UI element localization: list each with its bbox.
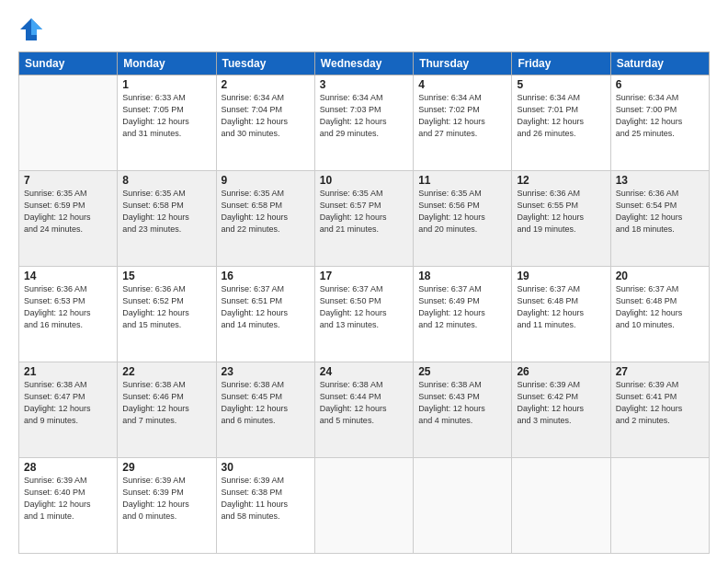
day-cell: 18Sunrise: 6:37 AM Sunset: 6:49 PM Dayli… xyxy=(414,267,512,362)
day-info: Sunrise: 6:34 AM Sunset: 7:04 PM Dayligh… xyxy=(222,92,310,140)
day-number: 2 xyxy=(222,78,310,91)
day-info: Sunrise: 6:36 AM Sunset: 6:55 PM Dayligh… xyxy=(517,188,605,236)
day-info: Sunrise: 6:36 AM Sunset: 6:52 PM Dayligh… xyxy=(122,283,210,331)
day-number: 3 xyxy=(320,78,408,91)
day-number: 23 xyxy=(222,365,310,378)
calendar: SundayMondayTuesdayWednesdayThursdayFrid… xyxy=(18,52,710,554)
day-info: Sunrise: 6:38 AM Sunset: 6:44 PM Dayligh… xyxy=(320,379,408,427)
day-cell: 24Sunrise: 6:38 AM Sunset: 6:44 PM Dayli… xyxy=(314,362,413,458)
day-cell: 11Sunrise: 6:35 AM Sunset: 6:56 PM Dayli… xyxy=(414,171,512,267)
day-info: Sunrise: 6:38 AM Sunset: 6:45 PM Dayligh… xyxy=(222,379,310,427)
day-number: 5 xyxy=(517,78,605,91)
weekday-header-wednesday: Wednesday xyxy=(314,52,413,75)
day-info: Sunrise: 6:36 AM Sunset: 6:54 PM Dayligh… xyxy=(616,188,704,236)
day-number: 16 xyxy=(222,270,310,282)
day-info: Sunrise: 6:34 AM Sunset: 7:00 PM Dayligh… xyxy=(616,92,704,140)
day-cell: 5Sunrise: 6:34 AM Sunset: 7:01 PM Daylig… xyxy=(512,75,610,171)
day-number: 15 xyxy=(122,270,210,282)
day-info: Sunrise: 6:37 AM Sunset: 6:49 PM Dayligh… xyxy=(418,283,506,331)
day-cell: 12Sunrise: 6:36 AM Sunset: 6:55 PM Dayli… xyxy=(512,171,610,267)
day-number: 25 xyxy=(418,365,506,378)
day-number: 26 xyxy=(517,365,605,378)
logo xyxy=(18,17,48,42)
day-cell: 6Sunrise: 6:34 AM Sunset: 7:00 PM Daylig… xyxy=(610,75,709,171)
svg-marker-1 xyxy=(31,18,42,35)
week-row-0: 1Sunrise: 6:33 AM Sunset: 7:05 PM Daylig… xyxy=(19,75,710,171)
day-info: Sunrise: 6:37 AM Sunset: 6:48 PM Dayligh… xyxy=(517,283,605,331)
day-info: Sunrise: 6:38 AM Sunset: 6:43 PM Dayligh… xyxy=(418,379,506,427)
day-info: Sunrise: 6:37 AM Sunset: 6:48 PM Dayligh… xyxy=(616,283,704,331)
day-info: Sunrise: 6:39 AM Sunset: 6:42 PM Dayligh… xyxy=(517,379,605,427)
day-cell: 26Sunrise: 6:39 AM Sunset: 6:42 PM Dayli… xyxy=(512,362,610,458)
weekday-header-thursday: Thursday xyxy=(414,52,512,75)
day-info: Sunrise: 6:34 AM Sunset: 7:02 PM Dayligh… xyxy=(418,92,506,140)
day-cell: 23Sunrise: 6:38 AM Sunset: 6:45 PM Dayli… xyxy=(216,362,314,458)
day-cell xyxy=(19,75,118,171)
day-number: 21 xyxy=(24,365,112,378)
day-info: Sunrise: 6:39 AM Sunset: 6:40 PM Dayligh… xyxy=(24,475,112,523)
day-info: Sunrise: 6:38 AM Sunset: 6:46 PM Dayligh… xyxy=(122,379,210,427)
day-cell: 15Sunrise: 6:36 AM Sunset: 6:52 PM Dayli… xyxy=(118,267,216,362)
week-row-3: 21Sunrise: 6:38 AM Sunset: 6:47 PM Dayli… xyxy=(19,362,710,458)
day-cell: 8Sunrise: 6:35 AM Sunset: 6:58 PM Daylig… xyxy=(118,171,216,267)
weekday-header-monday: Monday xyxy=(118,52,216,75)
day-number: 20 xyxy=(616,270,704,282)
day-number: 18 xyxy=(418,270,506,282)
day-info: Sunrise: 6:35 AM Sunset: 6:58 PM Dayligh… xyxy=(122,188,210,236)
day-info: Sunrise: 6:36 AM Sunset: 6:53 PM Dayligh… xyxy=(24,283,112,331)
day-number: 9 xyxy=(222,174,310,187)
day-cell: 22Sunrise: 6:38 AM Sunset: 6:46 PM Dayli… xyxy=(118,362,216,458)
day-number: 12 xyxy=(517,174,605,187)
day-cell xyxy=(314,458,413,554)
day-cell: 30Sunrise: 6:39 AM Sunset: 6:38 PM Dayli… xyxy=(216,458,314,554)
page: SundayMondayTuesdayWednesdayThursdayFrid… xyxy=(0,0,728,563)
day-info: Sunrise: 6:34 AM Sunset: 7:03 PM Dayligh… xyxy=(320,92,408,140)
day-cell: 16Sunrise: 6:37 AM Sunset: 6:51 PM Dayli… xyxy=(216,267,314,362)
day-cell: 3Sunrise: 6:34 AM Sunset: 7:03 PM Daylig… xyxy=(314,75,413,171)
day-info: Sunrise: 6:38 AM Sunset: 6:47 PM Dayligh… xyxy=(24,379,112,427)
day-cell: 1Sunrise: 6:33 AM Sunset: 7:05 PM Daylig… xyxy=(118,75,216,171)
weekday-header-row: SundayMondayTuesdayWednesdayThursdayFrid… xyxy=(19,52,710,75)
weekday-header-tuesday: Tuesday xyxy=(216,52,314,75)
week-row-2: 14Sunrise: 6:36 AM Sunset: 6:53 PM Dayli… xyxy=(19,267,710,362)
day-info: Sunrise: 6:35 AM Sunset: 6:56 PM Dayligh… xyxy=(418,188,506,236)
day-number: 27 xyxy=(616,365,704,378)
day-number: 17 xyxy=(320,270,408,282)
day-info: Sunrise: 6:39 AM Sunset: 6:41 PM Dayligh… xyxy=(616,379,704,427)
day-cell: 9Sunrise: 6:35 AM Sunset: 6:58 PM Daylig… xyxy=(216,171,314,267)
day-number: 10 xyxy=(320,174,408,187)
day-info: Sunrise: 6:37 AM Sunset: 6:50 PM Dayligh… xyxy=(320,283,408,331)
day-number: 13 xyxy=(616,174,704,187)
logo-icon xyxy=(18,17,44,42)
day-cell: 28Sunrise: 6:39 AM Sunset: 6:40 PM Dayli… xyxy=(19,458,118,554)
day-info: Sunrise: 6:34 AM Sunset: 7:01 PM Dayligh… xyxy=(517,92,605,140)
day-number: 30 xyxy=(222,461,310,474)
day-number: 8 xyxy=(122,174,210,187)
day-cell: 4Sunrise: 6:34 AM Sunset: 7:02 PM Daylig… xyxy=(414,75,512,171)
day-info: Sunrise: 6:39 AM Sunset: 6:39 PM Dayligh… xyxy=(122,475,210,523)
week-row-1: 7Sunrise: 6:35 AM Sunset: 6:59 PM Daylig… xyxy=(19,171,710,267)
day-number: 4 xyxy=(418,78,506,91)
day-cell xyxy=(512,458,610,554)
day-info: Sunrise: 6:35 AM Sunset: 6:58 PM Dayligh… xyxy=(222,188,310,236)
day-cell: 20Sunrise: 6:37 AM Sunset: 6:48 PM Dayli… xyxy=(610,267,709,362)
day-cell: 10Sunrise: 6:35 AM Sunset: 6:57 PM Dayli… xyxy=(314,171,413,267)
weekday-header-sunday: Sunday xyxy=(19,52,118,75)
day-cell xyxy=(414,458,512,554)
week-row-4: 28Sunrise: 6:39 AM Sunset: 6:40 PM Dayli… xyxy=(19,458,710,554)
day-cell: 17Sunrise: 6:37 AM Sunset: 6:50 PM Dayli… xyxy=(314,267,413,362)
day-number: 7 xyxy=(24,174,112,187)
day-info: Sunrise: 6:35 AM Sunset: 6:59 PM Dayligh… xyxy=(24,188,112,236)
weekday-header-saturday: Saturday xyxy=(610,52,709,75)
day-info: Sunrise: 6:35 AM Sunset: 6:57 PM Dayligh… xyxy=(320,188,408,236)
day-number: 6 xyxy=(616,78,704,91)
day-cell: 27Sunrise: 6:39 AM Sunset: 6:41 PM Dayli… xyxy=(610,362,709,458)
day-number: 29 xyxy=(122,461,210,474)
day-number: 19 xyxy=(517,270,605,282)
day-number: 1 xyxy=(122,78,210,91)
day-number: 22 xyxy=(122,365,210,378)
day-number: 14 xyxy=(24,270,112,282)
day-number: 11 xyxy=(418,174,506,187)
header xyxy=(18,17,710,42)
day-cell: 13Sunrise: 6:36 AM Sunset: 6:54 PM Dayli… xyxy=(610,171,709,267)
